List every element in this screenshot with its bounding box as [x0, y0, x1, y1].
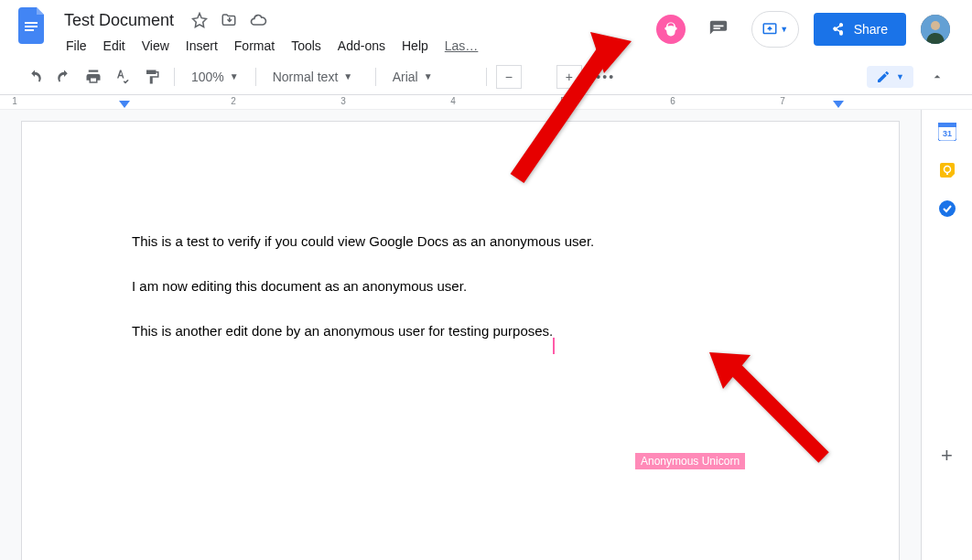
- anonymous-collaborator-avatar[interactable]: [656, 15, 686, 44]
- style-dropdown[interactable]: Normal text▼: [265, 64, 366, 90]
- ruler-tick: 7: [780, 96, 785, 106]
- svg-point-4: [834, 27, 837, 31]
- svg-rect-13: [946, 172, 948, 175]
- move-icon[interactable]: [220, 11, 238, 29]
- collaborator-cursor: [553, 338, 555, 354]
- left-indent-marker[interactable]: [119, 101, 130, 110]
- caret-down-icon: ▼: [230, 71, 239, 81]
- star-icon[interactable]: [190, 11, 209, 29]
- svg-point-14: [939, 200, 956, 217]
- font-size-decrease[interactable]: −: [496, 65, 522, 89]
- zoom-dropdown[interactable]: 100%▼: [184, 64, 246, 90]
- menu-insert[interactable]: Insert: [178, 35, 225, 57]
- present-button[interactable]: ▼: [751, 11, 799, 48]
- editing-mode-button[interactable]: ▼: [867, 66, 913, 88]
- paragraph[interactable]: This is a test to verify if you could vi…: [132, 232, 789, 251]
- svg-rect-10: [938, 123, 956, 127]
- ruler-tick: 6: [670, 96, 675, 106]
- svg-point-5: [839, 23, 843, 27]
- user-profile-avatar[interactable]: [921, 15, 950, 44]
- paint-format-button[interactable]: [139, 64, 165, 90]
- menu-addons[interactable]: Add-ons: [330, 35, 393, 57]
- svg-text:31: 31: [942, 129, 951, 138]
- menu-edit[interactable]: Edit: [96, 35, 133, 57]
- paragraph[interactable]: I am now editing this document as an ano…: [132, 276, 789, 296]
- print-button[interactable]: [81, 64, 106, 90]
- ruler-tick: 5: [560, 96, 566, 106]
- redo-button[interactable]: [51, 64, 77, 90]
- menu-file[interactable]: File: [59, 35, 94, 57]
- side-panel: 31 +: [921, 110, 972, 560]
- calendar-app-icon[interactable]: 31: [938, 123, 956, 141]
- comment-history-button[interactable]: [700, 11, 737, 48]
- menu-bar: File Edit View Insert Format Tools Add-o…: [59, 35, 485, 57]
- docs-home-icon[interactable]: [15, 7, 51, 44]
- paragraph[interactable]: This is another edit done by an anonymou…: [132, 321, 789, 340]
- menu-format[interactable]: Format: [227, 35, 282, 57]
- caret-down-icon: ▼: [780, 25, 788, 34]
- ruler-tick: 4: [450, 96, 456, 106]
- add-side-app-button[interactable]: +: [934, 443, 960, 468]
- page[interactable]: This is a test to verify if you could vi…: [21, 121, 900, 560]
- spellcheck-button[interactable]: [110, 64, 135, 90]
- ruler-tick: 2: [231, 96, 236, 106]
- right-indent-marker[interactable]: [833, 101, 844, 110]
- svg-point-8: [931, 21, 940, 30]
- undo-button[interactable]: [22, 64, 48, 90]
- menu-view[interactable]: View: [135, 35, 177, 57]
- svg-point-6: [839, 32, 843, 36]
- collapse-toolbar-button[interactable]: [924, 64, 950, 90]
- svg-rect-0: [25, 22, 38, 24]
- ruler-tick: 3: [340, 96, 346, 106]
- more-toolbar-button[interactable]: •••: [593, 64, 619, 90]
- tasks-app-icon[interactable]: [938, 199, 956, 218]
- keep-app-icon[interactable]: [938, 161, 956, 179]
- cloud-status-icon[interactable]: [249, 11, 267, 29]
- svg-rect-1: [25, 26, 38, 27]
- menu-help[interactable]: Help: [394, 35, 436, 57]
- ruler-tick: 1: [12, 96, 17, 106]
- horizontal-ruler[interactable]: 1 2 3 4 5 6 7: [0, 95, 972, 110]
- svg-rect-2: [25, 29, 34, 31]
- menu-tools[interactable]: Tools: [284, 35, 329, 57]
- caret-down-icon: ▼: [343, 71, 352, 81]
- document-title[interactable]: Test Document: [59, 9, 179, 32]
- share-button[interactable]: Share: [814, 13, 906, 46]
- font-size-increase[interactable]: +: [556, 65, 582, 89]
- font-dropdown[interactable]: Arial▼: [385, 64, 477, 90]
- toolbar: 100%▼ Normal text▼ Arial▼ − + ••• ▼: [0, 59, 972, 95]
- menu-last-edit[interactable]: Las…: [437, 35, 486, 57]
- caret-down-icon: ▼: [424, 71, 433, 81]
- share-label: Share: [854, 22, 888, 37]
- document-canvas[interactable]: This is a test to verify if you could vi…: [0, 110, 921, 560]
- caret-down-icon: ▼: [896, 72, 904, 81]
- collaborator-label: Anonymous Unicorn: [635, 453, 745, 469]
